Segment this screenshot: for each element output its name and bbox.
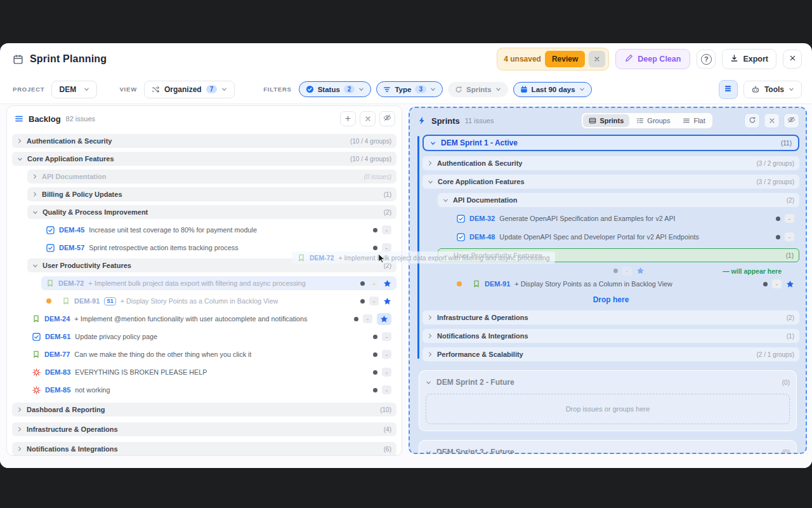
chevron-right-icon[interactable] [32, 174, 37, 179]
chevron-down-icon[interactable] [443, 197, 449, 203]
assignee-dash-badge: - [622, 267, 632, 276]
status-dot-icon [613, 269, 618, 273]
export-button[interactable]: Export [722, 49, 776, 69]
sprint1-group-core-application-features[interactable]: Core Application Features(3 / 2 groups) [422, 175, 799, 189]
view-mode-sprints[interactable]: Sprints [583, 114, 629, 127]
sprint-2-block: DEM Sprint 2 - Future (0) Drop issues or… [419, 370, 797, 431]
collapse-all-button[interactable] [764, 113, 780, 128]
backlog-issue-dem-45[interactable]: DEM-45Increase unit test coverage to 80%… [41, 223, 396, 237]
add-issue-button[interactable] [340, 111, 356, 126]
chevron-right-icon[interactable] [428, 333, 433, 338]
chevron-right-icon[interactable] [17, 427, 22, 432]
sprint-planning-icon [13, 54, 23, 65]
star-icon[interactable] [383, 297, 391, 305]
issue-meta: - [360, 297, 391, 305]
backlog-group-quality-process-improvement[interactable]: Quality & Process Improvement(2) [27, 205, 396, 219]
group-count: (2) [787, 314, 794, 321]
help-button[interactable]: ? [697, 50, 716, 69]
chevron-down-icon[interactable] [32, 263, 38, 269]
chevron-right-icon[interactable] [17, 407, 22, 412]
issue-meta: - [776, 232, 794, 241]
backlog-group-billing-policy-updates[interactable]: Billing & Policy Updates(1) [27, 187, 396, 201]
hide-panel-button[interactable] [379, 111, 395, 126]
collapse-icon [769, 116, 775, 126]
tools-select[interactable]: Tools [743, 81, 802, 98]
chevron-right-icon[interactable] [428, 315, 433, 320]
chevron-down-icon [789, 86, 794, 92]
backlog-issue-dem-24[interactable]: DEM-24+ Implement @mention functionality… [27, 312, 396, 326]
sprint-ghost-preview-row: -— will appear here [452, 267, 799, 275]
backlog-group-infrastructure-operations[interactable]: Infrastructure & Operations(4) [12, 422, 396, 436]
chevron-right-icon[interactable] [428, 352, 433, 357]
filter-chips: Status2Type3SprintsLast 90 days [299, 81, 592, 97]
collapse-all-button[interactable] [360, 111, 376, 126]
issue-meta: - [763, 279, 794, 288]
sprint-2-drop-zone[interactable]: Drop issues or groups here [426, 394, 790, 424]
chevron-right-icon[interactable] [17, 138, 22, 144]
filter-chip-status[interactable]: Status2 [299, 81, 372, 97]
seg-flat-icon [683, 117, 690, 124]
view-mode-groups[interactable]: Groups [631, 114, 676, 127]
deep-clean-button[interactable]: Deep Clean [615, 49, 690, 69]
rows-density-icon [724, 84, 732, 95]
sprint1-issue-dem-48[interactable]: DEM-48Update OpenAPI Spec and Developer … [452, 230, 799, 244]
backlog-menu-icon[interactable] [15, 114, 23, 123]
sprint-3-count: (0) [782, 449, 790, 455]
sprint1-issue-dem-91[interactable]: DEM-91+ Display Story Points as a Column… [452, 277, 799, 291]
backlog-group-notifications-integrations[interactable]: Notifications & Integrations(6) [12, 442, 396, 456]
backlog-group-api-documentation[interactable]: API Documentation(0 issues) [27, 170, 396, 184]
hide-panel-button[interactable] [783, 113, 799, 128]
issue-meta: - [373, 225, 391, 234]
chevron-right-icon[interactable] [17, 446, 22, 451]
filter-chip-type[interactable]: Type3 [376, 81, 443, 97]
group-count: (6) [384, 446, 391, 453]
close-window-button[interactable] [783, 50, 802, 69]
project-select[interactable]: DEM [51, 81, 97, 98]
backlog-issue-dem-72[interactable]: DEM-72+ Implement bulk project data expo… [41, 276, 396, 290]
chevron-down-icon[interactable] [17, 156, 23, 162]
sprint1-group-infrastructure-operations[interactable]: Infrastructure & Operations(2) [422, 311, 799, 324]
chevron-right-icon[interactable] [32, 192, 37, 197]
backlog-group-core-application-features[interactable]: Core Application Features(10 / 4 groups) [12, 152, 396, 166]
backlog-issue-dem-77[interactable]: DEM-77Can we make the thing do the other… [27, 347, 396, 361]
group-label: Infrastructure & Operations [27, 425, 118, 433]
dismiss-unsaved-button[interactable] [589, 51, 605, 67]
issue-title: EVERYTHING IS BROKEN PLEASE HELP [75, 368, 207, 376]
backlog-issue-dem-85[interactable]: DEM-85not working- [27, 383, 396, 397]
project-label: PROJECT [13, 86, 44, 93]
backlog-group-dashboard-reporting[interactable]: Dashboard & Reporting(10) [12, 403, 396, 417]
chevron-down-icon[interactable] [32, 210, 38, 215]
group-label: Quality & Process Improvement [43, 208, 148, 216]
sprint1-group-notifications-integrations[interactable]: Notifications & Integrations(1) [422, 329, 799, 343]
sprint-3-header[interactable]: DEM Sprint 3 - Future (0) [426, 446, 790, 454]
filter-chip-last-90-days[interactable]: Last 90 days [513, 82, 592, 97]
refresh-button[interactable] [744, 113, 760, 128]
star-icon[interactable] [377, 313, 391, 325]
sprint1-group-authentication-security[interactable]: Authentication & Security(3 / 2 groups) [422, 156, 799, 170]
chevron-down-icon [430, 86, 436, 92]
sprint1-group-api-documentation[interactable]: API Documentation(2) [438, 193, 799, 207]
sprint-1-block: DEM Sprint 1 - Active (11) Authenticatio… [416, 135, 799, 361]
star-icon[interactable] [786, 280, 794, 288]
chevron-down-icon[interactable] [428, 179, 433, 185]
view-mode-flat[interactable]: Flat [677, 114, 710, 127]
chevron-right-icon[interactable] [428, 161, 433, 166]
sprint-2-header[interactable]: DEM Sprint 2 - Future (0) [426, 376, 790, 389]
filter-chip-sprints[interactable]: Sprints [448, 82, 508, 97]
backlog-issue-dem-61[interactable]: DEM-61Update privacy policy page- [27, 330, 396, 344]
issue-key: DEM-85 [45, 386, 70, 394]
chevron-down-icon [426, 450, 431, 455]
backlog-issue-dem-91[interactable]: DEM-91S1+ Display Story Points as a Colu… [41, 294, 396, 308]
view-select[interactable]: Organized 7 [144, 81, 235, 98]
backlog-group-authentication-security[interactable]: Authentication & Security(10 / 4 groups) [12, 134, 396, 148]
sprint1-issue-dem-32[interactable]: DEM-32Generate OpenAPI Specification and… [452, 211, 799, 225]
story-icon [32, 315, 40, 323]
backlog-issue-dem-83[interactable]: DEM-83EVERYTHING IS BROKEN PLEASE HELP- [27, 365, 396, 379]
sprint1-group-performance-scalability[interactable]: Performance & Scalability(2 / 1 groups) [422, 347, 799, 361]
calendar-icon [520, 86, 528, 93]
sprint-1-header[interactable]: DEM Sprint 1 - Active (11) [422, 135, 799, 151]
star-icon[interactable] [383, 279, 391, 288]
density-toggle-button[interactable] [719, 80, 738, 99]
review-button[interactable]: Review [545, 51, 585, 67]
eye-off-icon [787, 116, 796, 126]
